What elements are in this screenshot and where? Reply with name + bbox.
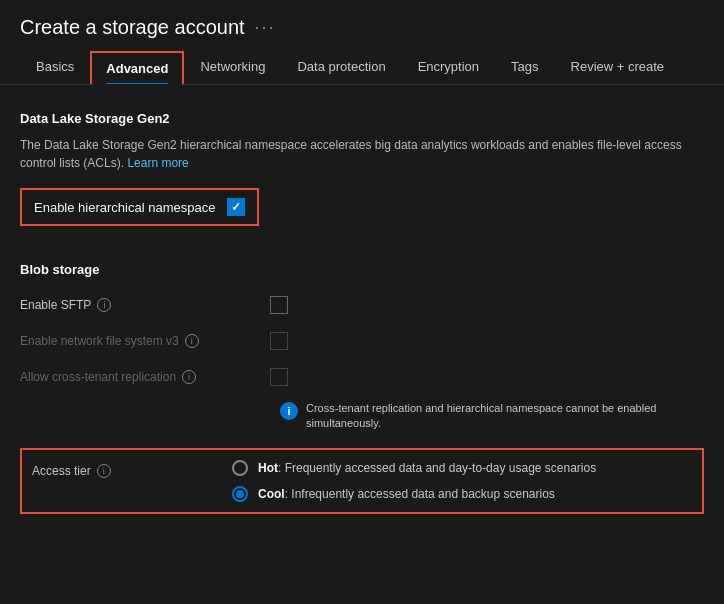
enable-hierarchical-namespace-checkbox[interactable]: ✓ [227, 198, 245, 216]
enable-hierarchical-namespace-label: Enable hierarchical namespace [34, 200, 215, 215]
access-tier-hot-radio[interactable] [232, 460, 248, 476]
tab-review-create[interactable]: Review + create [555, 49, 681, 84]
access-tier-cool-radio-inner [236, 490, 244, 498]
header-menu-dots[interactable]: ··· [255, 17, 276, 38]
enable-sftp-label: Enable SFTP i [20, 298, 270, 312]
cross-tenant-checkbox[interactable] [270, 368, 288, 386]
cross-tenant-info-message: i Cross-tenant replication and hierarchi… [270, 395, 670, 438]
page-title: Create a storage account [20, 16, 245, 39]
blob-storage-title: Blob storage [20, 262, 704, 277]
cross-tenant-info-icon[interactable]: i [182, 370, 196, 384]
enable-nfs-checkbox[interactable] [270, 332, 288, 350]
cross-tenant-row: Allow cross-tenant replication i [20, 359, 704, 395]
info-message-text: Cross-tenant replication and hierarchica… [306, 401, 660, 432]
tab-networking[interactable]: Networking [184, 49, 281, 84]
learn-more-link[interactable]: Learn more [127, 156, 188, 170]
cross-tenant-label: Allow cross-tenant replication i [20, 370, 270, 384]
enable-sftp-checkbox[interactable] [270, 296, 288, 314]
access-tier-section: Access tier i Hot: Frequently accessed d… [20, 448, 704, 514]
main-content: Data Lake Storage Gen2 The Data Lake Sto… [0, 85, 724, 530]
tab-encryption[interactable]: Encryption [402, 49, 495, 84]
data-lake-description: The Data Lake Storage Gen2 hierarchical … [20, 136, 700, 172]
info-circle-icon: i [280, 402, 298, 420]
tab-data-protection[interactable]: Data protection [281, 49, 401, 84]
access-tier-label: Access tier i [32, 460, 232, 478]
nav-tabs: Basics Advanced Networking Data protecti… [0, 49, 724, 85]
enable-nfs-info-icon[interactable]: i [185, 334, 199, 348]
page-header: Create a storage account ··· [0, 0, 724, 49]
tab-tags[interactable]: Tags [495, 49, 554, 84]
enable-nfs-row: Enable network file system v3 i [20, 323, 704, 359]
enable-nfs-label: Enable network file system v3 i [20, 334, 270, 348]
data-lake-title: Data Lake Storage Gen2 [20, 111, 704, 126]
tab-advanced[interactable]: Advanced [90, 51, 184, 84]
access-tier-info-icon[interactable]: i [97, 464, 111, 478]
data-lake-section: Data Lake Storage Gen2 The Data Lake Sto… [20, 111, 704, 246]
access-tier-cool-option[interactable]: Cool: Infrequently accessed data and bac… [232, 486, 596, 502]
access-tier-row: Access tier i Hot: Frequently accessed d… [22, 450, 702, 512]
access-tier-cool-radio[interactable] [232, 486, 248, 502]
access-tier-hot-label: Hot: Frequently accessed data and day-to… [258, 461, 596, 475]
enable-hierarchical-namespace-row: Enable hierarchical namespace ✓ [20, 188, 259, 226]
access-tier-options: Hot: Frequently accessed data and day-to… [232, 460, 596, 502]
blob-storage-section: Blob storage Enable SFTP i Enable networ… [20, 262, 704, 438]
access-tier-hot-option[interactable]: Hot: Frequently accessed data and day-to… [232, 460, 596, 476]
access-tier-cool-label: Cool: Infrequently accessed data and bac… [258, 487, 555, 501]
tab-basics[interactable]: Basics [20, 49, 90, 84]
enable-sftp-row: Enable SFTP i [20, 287, 704, 323]
enable-sftp-info-icon[interactable]: i [97, 298, 111, 312]
